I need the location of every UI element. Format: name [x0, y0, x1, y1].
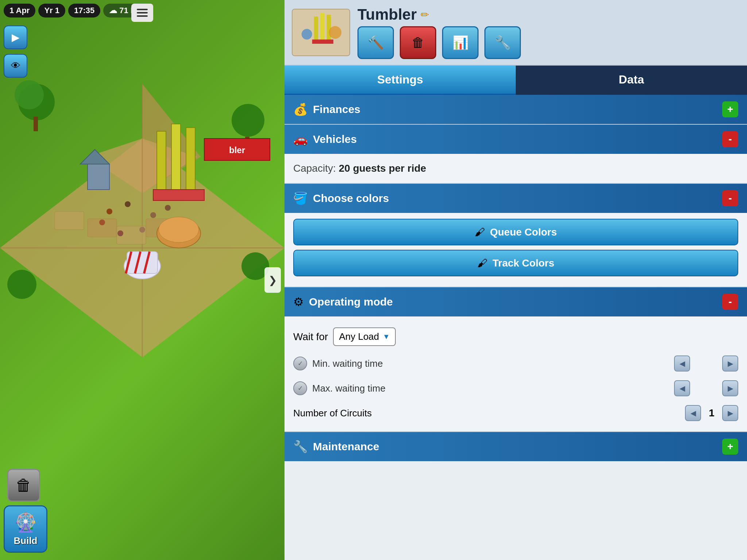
- min-waiting-decrement-button[interactable]: ◀: [674, 355, 690, 372]
- maintenance-section: 🔧 Maintenance +: [285, 432, 747, 461]
- circuits-row: Number of Circuits ◀ 1 ▶: [293, 401, 738, 425]
- queue-colors-button[interactable]: 🖌 Queue Colors: [293, 219, 738, 245]
- left-arrow-2-icon: ◀: [680, 384, 685, 393]
- menu-line-2: [137, 12, 148, 13]
- colors-title: Choose colors: [313, 192, 389, 205]
- finances-title: Finances: [313, 103, 360, 116]
- right-arrow-2-icon: ▶: [728, 384, 733, 393]
- operating-mode-title: Operating mode: [309, 296, 393, 308]
- delete-icon: 🗑: [411, 35, 425, 50]
- svg-rect-16: [157, 131, 166, 197]
- vehicles-header-left: 🚗 Vehicles: [293, 132, 357, 146]
- svg-point-30: [159, 217, 199, 242]
- svg-rect-40: [320, 13, 325, 42]
- min-waiting-increment-button[interactable]: ▶: [722, 355, 738, 372]
- trash-button[interactable]: 🗑: [7, 469, 40, 502]
- edit-ride-name-button[interactable]: ✏: [421, 9, 429, 21]
- max-waiting-row: ✓ Max. waiting time ◀ ▶: [293, 376, 738, 401]
- operating-mode-section: ⚙ Operating mode - Wait for Any Load ▼: [285, 287, 747, 431]
- content-area[interactable]: 💰 Finances + 🚗 Vehicles - Capacity: 20 g…: [285, 95, 747, 560]
- hammer-button[interactable]: 🔨: [357, 26, 394, 59]
- maintenance-toggle-button[interactable]: +: [722, 439, 738, 455]
- dropdown-arrow-icon: ▼: [383, 332, 390, 341]
- hammer-icon: 🔨: [368, 35, 384, 50]
- colors-header-left: 🪣 Choose colors: [293, 191, 389, 205]
- right-arrow-icon: ▶: [728, 359, 733, 368]
- delete-button[interactable]: 🗑: [400, 26, 436, 59]
- colors-header[interactable]: 🪣 Choose colors -: [285, 184, 747, 213]
- track-paint-icon: 🖌: [477, 257, 487, 269]
- svg-point-44: [329, 26, 341, 39]
- track-colors-label: Track Colors: [492, 257, 554, 269]
- operating-mode-header[interactable]: ⚙ Operating mode -: [285, 287, 747, 316]
- vehicles-toggle-button[interactable]: -: [722, 131, 738, 147]
- svg-rect-5: [55, 211, 84, 230]
- vehicles-icon: 🚗: [293, 132, 308, 146]
- mechanics-button[interactable]: 🔧: [484, 26, 521, 59]
- chevron-right-icon: ❯: [268, 274, 277, 286]
- tab-data[interactable]: Data: [516, 66, 747, 95]
- min-waiting-checkbox[interactable]: ✓: [293, 357, 307, 370]
- operating-mode-header-left: ⚙ Operating mode: [293, 295, 393, 309]
- max-waiting-decrement-button[interactable]: ◀: [674, 380, 690, 396]
- finances-section: 💰 Finances +: [285, 95, 747, 124]
- checkbox-check-2-icon: ✓: [298, 384, 303, 392]
- maintenance-title: Maintenance: [313, 440, 379, 453]
- expand-panel-button[interactable]: ❯: [264, 267, 281, 293]
- circuits-increment-button[interactable]: ▶: [722, 405, 738, 421]
- max-waiting-checkbox[interactable]: ✓: [293, 381, 307, 395]
- ride-name: Tumbler: [357, 6, 417, 23]
- svg-point-25: [150, 212, 156, 218]
- svg-rect-20: [88, 164, 109, 190]
- colors-toggle-button[interactable]: -: [722, 190, 738, 206]
- track-colors-button[interactable]: 🖌 Track Colors: [293, 250, 738, 276]
- svg-rect-17: [171, 124, 181, 197]
- vehicles-section: 🚗 Vehicles - Capacity: 20 guests per rid…: [285, 125, 747, 183]
- operating-mode-icon: ⚙: [293, 295, 304, 309]
- min-waiting-label: Min. waiting time: [312, 358, 669, 369]
- colors-content: 🖌 Queue Colors 🖌 Track Colors: [285, 213, 747, 287]
- vehicles-header[interactable]: 🚗 Vehicles -: [285, 125, 747, 154]
- capacity-value: 20 guests per ride: [339, 163, 426, 174]
- date-display: 1 Apr: [4, 4, 35, 18]
- game-view: 1 Apr Yr 1 17:35 ☁ 71 F ▶ 👁: [0, 0, 285, 560]
- svg-rect-41: [327, 15, 331, 42]
- right-arrow-3-icon: ▶: [728, 409, 733, 417]
- ride-name-row: Tumbler ✏: [357, 6, 740, 23]
- finances-icon: 💰: [293, 102, 308, 116]
- finances-header[interactable]: 💰 Finances +: [285, 95, 747, 124]
- min-waiting-row: ✓ Min. waiting time ◀ ▶: [293, 351, 738, 376]
- year-display: Yr 1: [38, 4, 65, 18]
- build-ride-icon: 🎡: [14, 512, 37, 533]
- svg-rect-42: [312, 39, 333, 44]
- svg-text:bler: bler: [229, 145, 245, 155]
- maintenance-header-left: 🔧 Maintenance: [293, 440, 379, 454]
- ride-thumbnail: [292, 9, 350, 56]
- finances-header-left: 💰 Finances: [293, 102, 360, 116]
- svg-point-22: [107, 209, 112, 214]
- menu-button[interactable]: [131, 4, 153, 22]
- finances-toggle-button[interactable]: +: [722, 101, 738, 117]
- svg-point-10: [15, 80, 44, 109]
- queue-paint-icon: 🖌: [475, 226, 485, 238]
- trash-icon: 🗑: [16, 476, 32, 494]
- wait-for-dropdown[interactable]: Any Load ▼: [333, 327, 396, 346]
- stats-button[interactable]: 📊: [442, 26, 479, 59]
- tab-settings[interactable]: Settings: [285, 66, 516, 95]
- build-button[interactable]: 🎡 Build: [4, 505, 47, 553]
- operating-mode-content: Wait for Any Load ▼ ✓ Min. waiting time …: [285, 316, 747, 431]
- left-arrow-3-icon: ◀: [690, 409, 696, 417]
- colors-section: 🪣 Choose colors - 🖌 Queue Colors 🖌 Track…: [285, 184, 747, 287]
- svg-point-23: [125, 201, 131, 207]
- build-label: Build: [14, 535, 38, 547]
- operating-mode-toggle-button[interactable]: -: [722, 294, 738, 310]
- circuits-value: 1: [706, 407, 717, 419]
- maintenance-header[interactable]: 🔧 Maintenance +: [285, 432, 747, 461]
- svg-point-24: [99, 219, 105, 225]
- weather-icon: ☁: [109, 6, 117, 15]
- circuits-decrement-button[interactable]: ◀: [685, 405, 701, 421]
- maintenance-icon: 🔧: [293, 440, 308, 454]
- ride-name-area: Tumbler ✏ 🔨 🗑 📊 🔧: [357, 6, 740, 59]
- vehicles-title: Vehicles: [313, 133, 357, 145]
- max-waiting-increment-button[interactable]: ▶: [722, 380, 738, 396]
